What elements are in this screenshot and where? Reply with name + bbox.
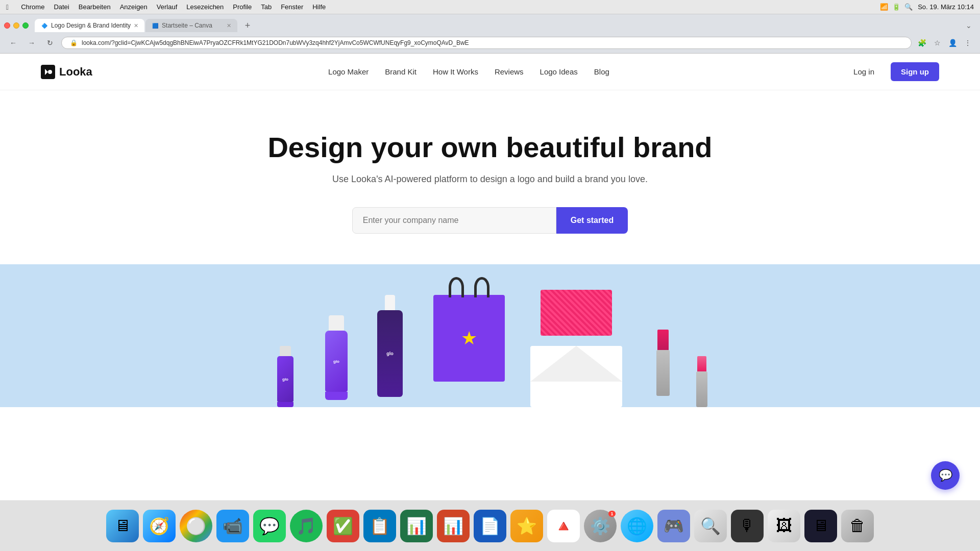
dock-whatsapp[interactable]: 💬 [253,510,286,542]
apple-icon[interactable]:  [6,3,9,11]
svg-point-1 [48,70,52,74]
maximize-button[interactable] [22,22,29,29]
dock-word[interactable]: 📄 [474,510,506,542]
bookmark-icon[interactable]: ☆ [931,37,943,49]
menu-hilfe[interactable]: Hilfe [312,3,326,11]
whatsapp-icon: 💬 [259,516,280,536]
menu-verlauf[interactable]: Verlauf [157,3,177,11]
site-nav: Looka Logo Maker Brand Kit How It Works … [0,54,980,90]
dock-excel[interactable]: 📊 [400,510,433,542]
nav-logo-maker[interactable]: Logo Maker [328,67,369,76]
company-name-input[interactable] [352,207,556,234]
menu-chrome[interactable]: Chrome [21,3,44,11]
excel-icon: 📊 [406,516,427,536]
url-text[interactable]: looka.com/?gclid=CjwKCAjw5dqgBhBNEiwA7Pr… [82,39,903,46]
tab-list-button[interactable]: ⌄ [966,21,976,30]
address-bar[interactable]: 🔒 looka.com/?gclid=CjwKCAjw5dqgBhBNEiwA7… [61,37,912,49]
nail-label-small: glo [282,377,288,382]
menu-tab[interactable]: Tab [261,3,272,11]
menu-bearbeiten[interactable]: Bearbeiten [79,3,111,11]
dock-todoist[interactable]: ✅ [327,510,359,542]
dock-safari[interactable]: 🧭 [143,510,176,542]
menu-lesezeichen[interactable]: Lesezeichen [186,3,224,11]
menu-fenster[interactable]: Fenster [281,3,303,11]
login-button[interactable]: Log in [845,63,883,80]
discord-icon: 🎮 [664,516,684,536]
dock-discord[interactable]: 🎮 [657,510,690,542]
dock-alfred[interactable]: 🔍 [694,510,727,542]
lipstick-base [656,350,670,396]
datetime-display: So. 19. März 10:14 [918,3,974,11]
more-icon[interactable]: ⋮ [962,37,974,49]
bag-body: ★ [433,295,505,382]
dock-desktop[interactable]: 🖥 [804,510,837,542]
nav-logo-ideas[interactable]: Logo Ideas [540,67,578,76]
new-tab-button[interactable]: + [240,18,255,33]
lipstick-top [657,330,669,350]
dock-spotify[interactable]: 🎵 [290,510,323,542]
site-logo[interactable]: Looka [41,65,92,79]
bag-handle-right [474,277,489,297]
serum-label: glo [386,351,394,356]
envelope-flap [530,346,622,382]
dock-trello[interactable]: 📋 [363,510,396,542]
back-button[interactable]: ← [6,36,20,50]
zoom-icon: 📹 [223,516,243,536]
forward-button[interactable]: → [24,36,39,50]
signup-button[interactable]: Sign up [891,62,939,81]
macos-menu[interactable]: Chrome Datei Bearbeiten Anzeigen Verlauf… [21,3,326,11]
word-icon: 📄 [480,516,500,536]
search-icon-macos[interactable]: 🔍 [904,3,913,11]
tab-bar: 🔷 Logo Design & Brand Identity ✕ 🟦 Start… [0,14,980,33]
dock-powerpoint[interactable]: 📊 [437,510,470,542]
get-started-button[interactable]: Get started [556,207,628,234]
hero-subtitle: Use Looka's AI-powered platform to desig… [10,174,970,185]
nav-auth: Log in Sign up [845,62,939,81]
menu-datei[interactable]: Datei [54,3,69,11]
window-controls[interactable] [4,22,29,29]
reload-button[interactable]: ↻ [43,36,57,50]
envelope-body [530,346,622,407]
dock-preview[interactable]: 🖼 [768,510,800,542]
dock-audio[interactable]: 🎙 [731,510,764,542]
tab-inactive[interactable]: 🟦 Startseite – Canva ✕ [145,19,237,32]
close-button[interactable] [4,22,10,29]
dock: 🖥 🧭 ⚪ 📹 💬 🎵 ✅ 📋 📊 📊 📄 ⭐ 🔺 ⚙️ 1 🌐 🎮 [0,500,980,551]
dock-browser2[interactable]: 🌐 [621,510,653,542]
menu-profile[interactable]: Profile [233,3,252,11]
product-nail-polish-small: glo [270,346,301,407]
product-envelope [530,305,632,407]
lipstick-top-2 [697,356,706,371]
extensions-icon[interactable]: 🧩 [916,37,928,49]
dock-settings[interactable]: ⚙️ 1 [584,510,617,542]
nail-cap-large [329,315,344,331]
nail-bottle-small: glo [277,356,293,402]
dock-chrome[interactable]: ⚪ [180,510,212,542]
nav-how-it-works[interactable]: How It Works [433,67,478,76]
tab2-favicon: 🟦 [152,22,159,29]
dock-zoom[interactable]: 📹 [216,510,249,542]
tab1-close[interactable]: ✕ [134,22,138,29]
dock-trash[interactable]: 🗑 [841,510,874,542]
battery-icon: 🔋 [892,3,900,11]
nav-brand-kit[interactable]: Brand Kit [385,67,416,76]
alfred-icon: 🔍 [700,516,721,536]
desktop-icon: 🖥 [813,516,829,535]
settings-badge: 1 [608,511,616,517]
hero-section: Design your own beautiful brand Use Look… [0,90,980,264]
preview-icon: 🖼 [776,516,792,535]
tab2-close[interactable]: ✕ [227,22,231,29]
menu-anzeigen[interactable]: Anzeigen [120,3,148,11]
nav-blog[interactable]: Blog [594,67,609,76]
minimize-button[interactable] [13,22,19,29]
dock-drive[interactable]: 🔺 [547,510,580,542]
tab-active[interactable]: 🔷 Logo Design & Brand Identity ✕ [35,19,144,32]
nav-reviews[interactable]: Reviews [495,67,524,76]
profile-icon[interactable]: 👤 [946,37,959,49]
dock-finder[interactable]: 🖥 [106,510,139,542]
dock-mango[interactable]: ⭐ [510,510,543,542]
logo-icon [41,65,55,79]
lock-icon: 🔒 [70,39,78,46]
hero-title: Design your own beautiful brand [10,131,970,164]
chat-widget[interactable]: 💬 [931,461,960,490]
